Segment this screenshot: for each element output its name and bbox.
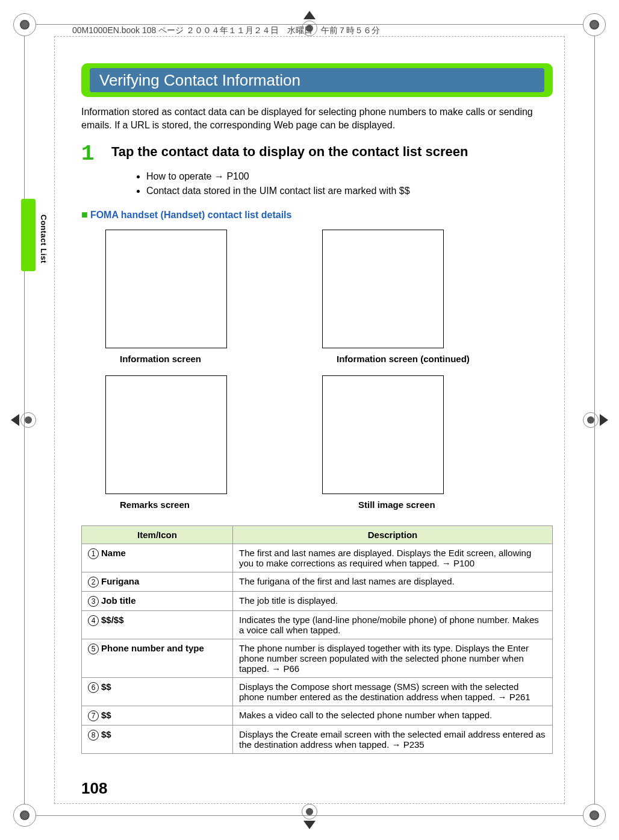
crop-line (24, 36, 25, 804)
crop-mark-icon (11, 412, 36, 428)
table-cell-item: 8$$ (82, 725, 233, 753)
table-row: 6$$Displays the Compose short message (S… (82, 677, 553, 706)
table-header-item: Item/Icon (82, 525, 233, 544)
table-cell-description: The furigana of the first and last names… (233, 572, 553, 591)
table-cell-item: 6$$ (82, 677, 233, 706)
screenshot-placeholder-block: Information screen (105, 230, 286, 365)
circled-number-icon: 8 (88, 730, 99, 741)
item-label: $$ (101, 710, 111, 720)
table-row: 5Phone number and typeThe phone number i… (82, 639, 553, 677)
circled-number-icon: 3 (88, 596, 99, 607)
intro-text: Information stored as contact data can b… (81, 105, 553, 133)
table-cell-item: 7$$ (82, 706, 233, 725)
table-header-description: Description (233, 525, 553, 544)
table-row: 2FuriganaThe furigana of the first and l… (82, 572, 553, 591)
crop-mark-icon (13, 804, 36, 827)
step-bullet: Contact data stored in the UIM contact l… (146, 186, 553, 196)
screenshot-placeholder (322, 375, 444, 494)
table-cell-description: The job title is displayed. (233, 591, 553, 610)
table-cell-description: The phone number is displayed together w… (233, 639, 553, 677)
table-row: 7$$Makes a video call to the selected ph… (82, 706, 553, 725)
page-number: 108 (81, 779, 107, 798)
table-row: 1NameThe first and last names are displa… (82, 544, 553, 572)
crop-mark-icon (583, 804, 606, 827)
circled-number-icon: 7 (88, 710, 99, 721)
table-row: 4$$/$$Indicates the type (land-line phon… (82, 610, 553, 639)
screenshot-placeholder-block: Remarks screen (105, 375, 286, 511)
subheading: ■FOMA handset (Handset) contact list det… (81, 208, 553, 221)
section-tab (21, 199, 36, 271)
table-cell-item: 3Job title (82, 591, 233, 610)
item-label: $$ (101, 729, 111, 739)
item-label: $$/$$ (101, 615, 124, 625)
description-table: Item/Icon Description 1NameThe first and… (81, 525, 553, 754)
item-label: Name (101, 548, 126, 558)
circled-number-icon: 5 (88, 644, 99, 654)
section-heading: Verifying Contact Information (81, 63, 553, 97)
screenshot-placeholder (322, 230, 444, 348)
circled-number-icon: 1 (88, 548, 99, 559)
item-label: Job title (101, 595, 136, 606)
table-cell-item: 4$$/$$ (82, 610, 233, 639)
screenshot-placeholder (105, 375, 227, 494)
circled-number-icon: 4 (88, 615, 99, 626)
crop-mark-icon (583, 13, 606, 36)
document-meta-header: 00M1000EN.book 108 ページ ２００４年１１月２４日 水曜日 午… (72, 25, 380, 36)
table-row: 3Job titleThe job title is displayed. (82, 591, 553, 610)
circled-number-icon: 6 (88, 682, 99, 693)
item-label: Furigana (101, 576, 139, 586)
table-cell-item: 2Furigana (82, 572, 233, 591)
screenshot-placeholder-block: Information screen (continued) (322, 230, 503, 365)
section-tab-label: Contact List (39, 215, 48, 263)
crop-line (36, 815, 583, 816)
step-bullet: How to operate → P100 (146, 171, 553, 182)
table-cell-item: 1Name (82, 544, 233, 572)
crop-mark-icon (13, 13, 36, 36)
step-number: 1 (81, 143, 111, 165)
screenshot-caption: Information screen (continued) (337, 353, 503, 365)
step-bullets: How to operate → P100 Contact data store… (111, 171, 553, 196)
section-heading-title: Verifying Contact Information (90, 68, 544, 92)
table-cell-description: The first and last names are displayed. … (233, 544, 553, 572)
subheading-text: FOMA handset (Handset) contact list deta… (90, 210, 292, 220)
table-cell-description: Displays the Compose short message (SMS)… (233, 677, 553, 706)
table-cell-description: Displays the Create email screen with th… (233, 725, 553, 753)
table-cell-description: Makes a video call to the selected phone… (233, 706, 553, 725)
table-row: 8$$Displays the Create email screen with… (82, 725, 553, 753)
crop-line (36, 24, 583, 25)
screenshot-caption: Information screen (120, 353, 286, 365)
crop-mark-icon (583, 412, 608, 428)
screenshot-placeholder-block: Still image screen (322, 375, 503, 511)
screenshot-placeholder (105, 230, 227, 348)
square-bullet-icon: ■ (81, 208, 88, 221)
table-cell-item: 5Phone number and type (82, 639, 233, 677)
table-cell-description: Indicates the type (land-line phone/mobi… (233, 610, 553, 639)
crop-mark-icon (302, 804, 317, 829)
step-title: Tap the contact data to display on the c… (111, 143, 468, 161)
item-label: Phone number and type (101, 643, 204, 653)
crop-line (594, 36, 595, 804)
screenshot-caption: Still image screen (358, 499, 503, 511)
circled-number-icon: 2 (88, 577, 99, 588)
screenshot-caption: Remarks screen (120, 499, 286, 511)
item-label: $$ (101, 682, 111, 692)
